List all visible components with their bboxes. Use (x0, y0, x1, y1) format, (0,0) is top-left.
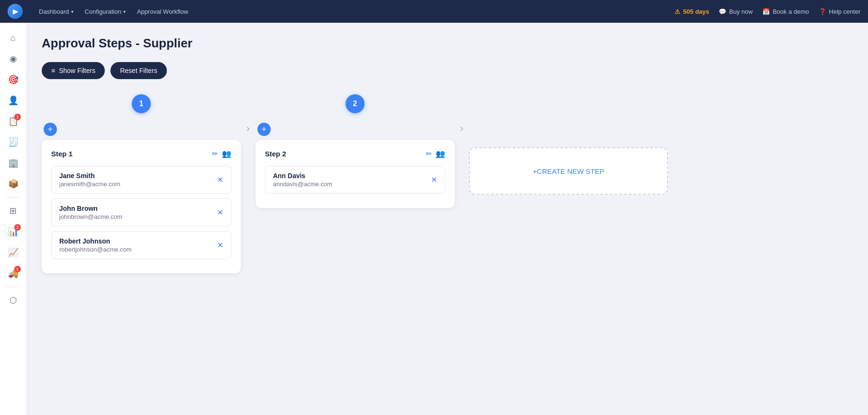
user-4-name: Ann Davis (273, 172, 332, 180)
remove-user-4-button[interactable]: ✕ (431, 175, 437, 184)
sidebar-icon-truck[interactable]: 🚚 1 (4, 264, 23, 283)
sidebar-icon-document[interactable]: 📋 3 (4, 112, 23, 131)
create-new-step-label: +CREATE NEW STEP (533, 167, 604, 175)
step-1-add-user-icon[interactable]: 👥 (222, 149, 231, 158)
step-2-add-user-icon[interactable]: 👥 (436, 149, 445, 158)
chart-badge: 2 (14, 224, 21, 231)
step-1-number: 1 (132, 94, 151, 113)
step-2-header: Step 2 ✏ 👥 (265, 149, 445, 158)
step-1-title: Step 1 (51, 150, 73, 158)
nav-items: Dashboard ▾ Configuration ▾ Approval Wor… (34, 5, 663, 18)
user-3-email: robertjohnson@acme.com (59, 246, 132, 253)
workflow-area: 1 + Step 1 ✏ 👥 (42, 94, 853, 273)
help-center-label: Help center (829, 8, 860, 15)
step-1-card: Step 1 ✏ 👥 Jane Smith janesmith@acme.com (42, 140, 241, 273)
days-warning-item[interactable]: ⚠ 505 days (675, 8, 709, 15)
help-center-item[interactable]: ❓ Help center (819, 8, 860, 15)
days-warning-label: 505 days (683, 8, 709, 15)
step-1-header: Step 1 ✏ 👥 (51, 149, 231, 158)
step-2-wrapper: 2 + Step 2 ✏ 👥 (256, 94, 455, 208)
warning-icon: ⚠ (675, 8, 680, 15)
step-1-user-2: John Brown johnbrown@acme.com ✕ (51, 198, 231, 226)
sidebar-icon-chart[interactable]: 📊 2 (4, 222, 23, 241)
step-1-actions: ✏ 👥 (212, 149, 231, 158)
help-center-icon: ❓ (819, 8, 826, 15)
add-step-before-2-button[interactable]: + (257, 123, 271, 136)
arrow-2: › (460, 123, 464, 134)
sidebar-icon-home[interactable]: ⌂ (4, 28, 23, 47)
truck-badge: 1 (14, 266, 21, 272)
sidebar-icon-users[interactable]: 👤 (4, 91, 23, 110)
step-1-user-3: Robert Johnson robertjohnson@acme.com ✕ (51, 231, 231, 259)
filter-icon: ≡ (51, 67, 55, 74)
app-logo[interactable]: ▶ (8, 4, 23, 19)
main-content: Approval Steps - Supplier ≡ Show Filters… (27, 23, 868, 415)
step-2-edit-icon[interactable]: ✏ (426, 149, 432, 158)
user-1-email: janesmith@acme.com (59, 180, 120, 188)
buy-now-icon: 💬 (719, 8, 726, 15)
sidebar-icon-target[interactable]: 🎯 (4, 70, 23, 89)
sidebar-divider (6, 197, 21, 198)
nav-item-dashboard[interactable]: Dashboard ▾ (34, 5, 78, 18)
step-2-title: Step 2 (265, 150, 286, 158)
step-2-user-1: Ann Davis anndavis@acme.com ✕ (265, 166, 445, 194)
buy-now-item[interactable]: 💬 Buy now (719, 8, 753, 15)
nav-item-approval-workflow[interactable]: Approval Workflow (132, 5, 193, 18)
add-step-before-1-button[interactable]: + (44, 123, 57, 136)
book-demo-item[interactable]: 📅 Book a demo (762, 8, 809, 15)
sidebar-icon-receipt[interactable]: 🧾 (4, 133, 23, 152)
user-4-email: anndavis@acme.com (273, 180, 332, 188)
sidebar-icon-building[interactable]: 🏢 (4, 153, 23, 172)
step-1-wrapper: 1 + Step 1 ✏ 👥 (42, 94, 241, 273)
step-1-user-1: Jane Smith janesmith@acme.com ✕ (51, 166, 231, 194)
filter-bar: ≡ Show Filters Reset Filters (42, 62, 853, 79)
book-demo-icon: 📅 (762, 8, 770, 15)
document-badge: 3 (14, 114, 21, 120)
page-title: Approval Steps - Supplier (42, 36, 853, 51)
user-2-name: John Brown (59, 205, 122, 212)
user-2-email: johnbrown@acme.com (59, 213, 122, 220)
remove-user-2-button[interactable]: ✕ (217, 208, 223, 217)
remove-user-1-button[interactable]: ✕ (217, 175, 223, 184)
nav-configuration-label: Configuration (85, 8, 121, 15)
step-2-number: 2 (346, 94, 365, 113)
create-new-step-button[interactable]: +CREATE NEW STEP (469, 147, 668, 195)
chevron-down-icon: ▾ (123, 9, 126, 14)
sidebar-icon-archive[interactable]: 📦 (4, 174, 23, 193)
step-2-card: Step 2 ✏ 👥 Ann Davis anndavis@acme.com (256, 140, 455, 208)
top-navigation: ▶ Dashboard ▾ Configuration ▾ Approval W… (0, 0, 868, 23)
chevron-down-icon: ▾ (71, 9, 73, 14)
user-1-name: Jane Smith (59, 172, 120, 180)
reset-filters-button[interactable]: Reset Filters (110, 62, 167, 79)
sidebar-icon-table[interactable]: ⊞ (4, 201, 23, 220)
nav-dashboard-label: Dashboard (39, 8, 69, 15)
nav-approval-label: Approval Workflow (137, 8, 188, 15)
sidebar-icon-activity[interactable]: ◉ (4, 49, 23, 68)
step-2-actions: ✏ 👥 (426, 149, 445, 158)
user-3-name: Robert Johnson (59, 237, 132, 245)
arrow-1: › (247, 123, 250, 134)
sidebar-icon-trend[interactable]: 📈 (4, 243, 23, 262)
buy-now-label: Buy now (729, 8, 753, 15)
sidebar-icon-stack[interactable]: ⬡ (4, 291, 23, 310)
remove-user-3-button[interactable]: ✕ (217, 241, 223, 250)
sidebar-divider-2 (6, 287, 21, 287)
show-filters-button[interactable]: ≡ Show Filters (42, 62, 105, 79)
sidebar: ⌂ ◉ 🎯 👤 📋 3 🧾 🏢 📦 ⊞ 📊 2 📈 🚚 1 ⬡ (0, 23, 27, 415)
book-demo-label: Book a demo (773, 8, 809, 15)
layout: ⌂ ◉ 🎯 👤 📋 3 🧾 🏢 📦 ⊞ 📊 2 📈 🚚 1 ⬡ Approval… (0, 23, 868, 415)
step-1-edit-icon[interactable]: ✏ (212, 149, 218, 158)
top-nav-right: ⚠ 505 days 💬 Buy now 📅 Book a demo ❓ Hel… (675, 8, 860, 15)
nav-item-configuration[interactable]: Configuration ▾ (80, 5, 130, 18)
